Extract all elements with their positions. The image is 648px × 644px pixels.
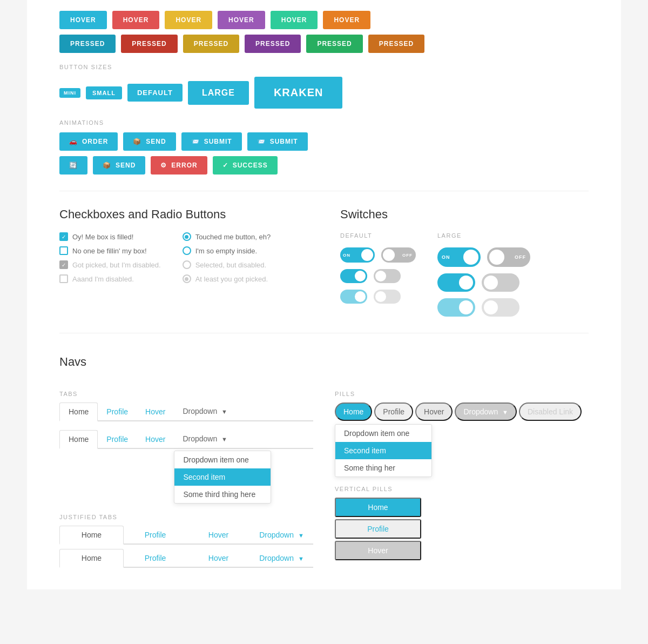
pressed-btn-red[interactable]: PRESSED — [121, 35, 177, 53]
anim-loading-btn[interactable]: 🔄 — [59, 156, 87, 175]
switch-lg-on-plain[interactable] — [437, 273, 475, 292]
pressed-btn-yellow[interactable]: PRESSED — [183, 35, 239, 53]
btn-large[interactable]: LARGE — [188, 81, 249, 105]
switch-off-plain[interactable] — [374, 269, 401, 283]
checkbox-checked-1: ✓ — [59, 232, 68, 241]
anim-submit-btn1[interactable]: 📨 SUBMIT — [181, 132, 242, 151]
switch-lg-off-plain[interactable] — [482, 273, 519, 292]
radio-item-2[interactable]: I'm so empty inside. — [183, 246, 271, 255]
switch-lg-on-labeled[interactable]: ON — [437, 247, 481, 267]
pills-area: PILLS Home Profile Hover Dropdown ▼ Disa… — [335, 380, 589, 568]
vpill-home[interactable]: Home — [335, 498, 421, 517]
justified-tab-hover-1[interactable]: Hover — [187, 526, 250, 544]
pill-profile[interactable]: Profile — [374, 403, 413, 421]
btn-small[interactable]: SMALL — [86, 86, 122, 99]
tab-hover-2[interactable]: Hover — [137, 430, 174, 448]
anim-send-btn[interactable]: 📦 SEND — [123, 132, 176, 151]
tab-profile-1[interactable]: Profile — [98, 403, 137, 420]
btn-default[interactable]: DEFAULT — [127, 84, 183, 102]
pressed-btn-blue[interactable]: PRESSED — [59, 35, 116, 53]
dropdown-arrow1: ▼ — [221, 408, 227, 415]
switch-off-labeled[interactable]: OFF — [381, 247, 416, 263]
justified-tab-dropdown-2[interactable]: Dropdown ▼ — [250, 549, 313, 567]
switch-on-labeled[interactable]: ON — [340, 247, 375, 263]
hover-btn-yellow[interactable]: HOVER — [165, 11, 212, 29]
switch-lg-knob-on3 — [459, 300, 473, 314]
justified-tab-profile-2[interactable]: Profile — [124, 549, 187, 567]
tabs-pills-section: TABS Home Profile Hover Dropdown ▼ Home … — [59, 380, 589, 568]
anim-error-btn[interactable]: ⚙ ERROR — [151, 156, 207, 175]
tab-profile-2[interactable]: Profile — [98, 430, 137, 448]
switch-on-plain[interactable] — [340, 269, 367, 283]
switch-row-1: ON OFF — [340, 247, 416, 263]
anim-order-btn[interactable]: 🚗 ORDER — [59, 132, 118, 151]
switch-lg-row-3 — [437, 298, 530, 317]
justified-tab-profile-1[interactable]: Profile — [124, 526, 187, 544]
tab-home-1[interactable]: Home — [59, 403, 98, 421]
justified-tab-hover-2[interactable]: Hover — [187, 549, 250, 567]
justified-tab-home-2[interactable]: Home — [59, 549, 124, 568]
pill-dropdown-arrow: ▼ — [502, 409, 508, 415]
hover-btn-red[interactable]: HOVER — [112, 11, 160, 29]
section-divider2 — [59, 333, 589, 333]
justified-tab-home-1[interactable]: Home — [59, 526, 124, 545]
pressed-btn-teal[interactable]: PRESSED — [306, 35, 362, 53]
pill-nav: Home Profile Hover Dropdown ▼ Disabled L… — [335, 403, 589, 421]
pills-dropdown-item-2[interactable]: Second item — [335, 442, 431, 459]
checkbox-item-1[interactable]: ✓ Oy! Me box is filled! — [59, 232, 161, 241]
navs-section: Navs TABS Home Profile Hover Dropdown ▼ … — [59, 355, 589, 568]
vpill-profile[interactable]: Profile — [335, 519, 421, 539]
on-text: ON — [343, 253, 350, 258]
switches-cols: DEFAULT ON OFF — [340, 232, 589, 317]
switch-lg-off-labeled[interactable]: OFF — [487, 247, 530, 267]
submit-icon2: 📨 — [257, 138, 266, 145]
off-text: OFF — [402, 253, 413, 258]
checkbox-item-2[interactable]: No one be fillin' my box! — [59, 246, 161, 255]
anim-send-btn2[interactable]: 📦 SEND — [93, 156, 145, 175]
radio-label-1: Touched me button, eh? — [195, 233, 271, 241]
pills-dropdown-item-3[interactable]: Some thing her — [335, 459, 431, 477]
switch-lg-row-2 — [437, 273, 530, 292]
switch-lg-knob-off — [489, 250, 504, 265]
tab-dropdown-menu: Dropdown item one Second item Some third… — [174, 451, 271, 504]
navs-title: Navs — [59, 355, 589, 369]
radio-item-1[interactable]: Touched me button, eh? — [183, 232, 271, 241]
tab-dropdown-btn-2[interactable]: Dropdown ▼ — [174, 430, 236, 447]
tab-nav-1: Home Profile Hover Dropdown ▼ — [59, 403, 313, 421]
btn-kraken[interactable]: KRAKEN — [254, 77, 343, 109]
pressed-btn-orange[interactable]: PRESSED — [368, 35, 424, 53]
pill-hover[interactable]: Hover — [415, 403, 453, 421]
tab-hover-1[interactable]: Hover — [137, 403, 174, 420]
submit-icon1: 📨 — [191, 138, 200, 145]
checkbox-disabled-4 — [59, 274, 68, 283]
send-icon: 📦 — [133, 138, 141, 145]
radio-checked-disabled-4 — [183, 274, 191, 283]
tab-home-2[interactable]: Home — [59, 430, 98, 449]
hover-btn-blue[interactable]: HOVER — [59, 11, 107, 29]
pill-home[interactable]: Home — [335, 403, 372, 421]
section-divider1 — [59, 191, 589, 191]
anim-success-btn[interactable]: ✓ SUCCESS — [213, 156, 278, 175]
tab-dropdown-item-2[interactable]: Second item — [174, 468, 271, 486]
pill-dropdown-btn[interactable]: Dropdown ▼ — [455, 403, 517, 421]
tab-dropdown-wrapper-1: Dropdown ▼ — [174, 403, 236, 420]
hover-btn-teal[interactable]: HOVER — [271, 11, 318, 29]
switch-off-disabled — [374, 290, 401, 304]
radio-col: Touched me button, eh? I'm so empty insi… — [183, 232, 271, 283]
pills-dropdown-item-1[interactable]: Dropdown item one — [335, 425, 431, 442]
justified-tab-dropdown-1[interactable]: Dropdown ▼ — [250, 526, 313, 544]
tab-dropdown-item-3[interactable]: Some third thing here — [174, 486, 271, 503]
justified-tab-nav-1: Home Profile Hover Dropdown ▼ — [59, 526, 313, 545]
tab-dropdown-btn-1[interactable]: Dropdown ▼ — [174, 403, 236, 420]
checkbox-col1: ✓ Oy! Me box is filled! No one be fillin… — [59, 232, 161, 283]
vertical-pills: Home Profile Hover — [335, 498, 421, 560]
anim-submit-btn2[interactable]: 📨 SUBMIT — [247, 132, 308, 151]
checkboxes-section: Checkboxes and Radio Buttons ✓ Oy! Me bo… — [59, 207, 308, 317]
switch-knob-off — [383, 249, 395, 261]
btn-mini[interactable]: MINI — [59, 88, 80, 98]
hover-btn-orange[interactable]: HOVER — [323, 11, 370, 29]
hover-btn-purple[interactable]: HOVER — [218, 11, 265, 29]
tab-dropdown-item-1[interactable]: Dropdown item one — [174, 451, 271, 468]
send-icon2: 📦 — [103, 162, 111, 169]
pressed-btn-purple[interactable]: PRESSED — [245, 35, 301, 53]
